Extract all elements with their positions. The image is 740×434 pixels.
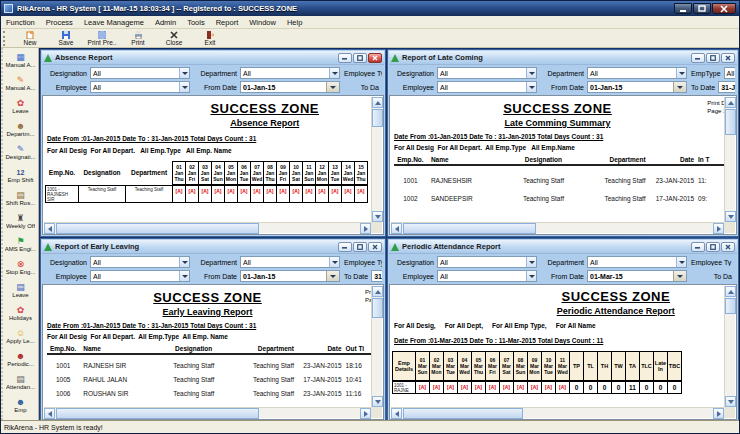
scroll-thumb[interactable]: [403, 223, 536, 234]
employee-select[interactable]: All: [90, 81, 190, 93]
from-date-input[interactable]: 01-Jan-15: [240, 81, 340, 93]
employee-select[interactable]: All: [90, 270, 190, 282]
sidebar-item-apply-leave[interactable]: ☺Apply Le...: [2, 325, 40, 348]
scroll-right-icon[interactable]: [360, 223, 371, 234]
scroll-down-icon[interactable]: [725, 396, 736, 407]
resize-grip[interactable]: [371, 222, 382, 233]
dropdown-arrow-icon[interactable]: [676, 68, 686, 78]
absence-close-button[interactable]: [368, 53, 382, 63]
resize-grip[interactable]: [371, 407, 382, 418]
scroll-down-icon[interactable]: [372, 211, 383, 222]
from-date-input[interactable]: 01-Jan-15: [240, 270, 340, 282]
early-maximize-button[interactable]: [353, 242, 367, 252]
scroll-thumb[interactable]: [725, 109, 736, 135]
sidebar-item-weekly-off[interactable]: ♜Weekly Off: [2, 210, 40, 233]
scroll-thumb[interactable]: [56, 408, 259, 419]
sidebar-item-emp[interactable]: ☻Emp: [2, 394, 40, 417]
late-vertical-scrollbar[interactable]: [724, 97, 735, 222]
absence-vertical-scrollbar[interactable]: [371, 97, 382, 222]
absence-minimize-button[interactable]: [338, 53, 352, 63]
emp-type-input[interactable]: All: [724, 67, 735, 79]
scroll-left-icon[interactable]: [391, 223, 402, 234]
early-horizontal-scrollbar[interactable]: [44, 407, 371, 418]
dropdown-arrow-icon[interactable]: [526, 257, 536, 267]
calendar-dropdown-icon[interactable]: [673, 82, 686, 92]
periodic-vertical-scrollbar[interactable]: [724, 286, 735, 407]
scroll-thumb[interactable]: [372, 109, 383, 127]
dropdown-arrow-icon[interactable]: [179, 271, 189, 281]
scroll-left-icon[interactable]: [44, 408, 55, 419]
sidebar-item-manual-entry[interactable]: ✎Manual A...: [2, 72, 40, 95]
employee-select[interactable]: All: [437, 270, 537, 282]
late-horizontal-scrollbar[interactable]: [391, 222, 724, 233]
late-titlebar[interactable]: Report of Late Coming: [389, 51, 737, 65]
scroll-left-icon[interactable]: [391, 408, 402, 419]
print-preview-button[interactable]: Print Pre..: [84, 29, 120, 47]
menu-window[interactable]: Window: [249, 18, 276, 27]
scroll-thumb[interactable]: [372, 298, 383, 318]
sidebar-item-leave[interactable]: ✿Leave: [2, 95, 40, 118]
dropdown-arrow-icon[interactable]: [179, 257, 189, 267]
periodic-maximize-button[interactable]: [706, 242, 720, 252]
maximize-button[interactable]: [693, 3, 711, 14]
scroll-up-icon[interactable]: [725, 286, 736, 297]
early-titlebar[interactable]: Report of Early Leaving: [42, 240, 384, 254]
absence-titlebar[interactable]: Absence Report: [42, 51, 384, 65]
sidebar-item-manual-attendance[interactable]: ▦Manual A...: [2, 49, 40, 72]
menu-process[interactable]: Process: [46, 18, 73, 27]
menu-function[interactable]: Function: [6, 18, 35, 27]
toolbar-grip[interactable]: [3, 31, 8, 46]
dropdown-arrow-icon[interactable]: [526, 68, 536, 78]
print-button[interactable]: Print: [120, 29, 156, 47]
absence-maximize-button[interactable]: [353, 53, 367, 63]
minimize-button[interactable]: [674, 3, 692, 14]
scroll-left-icon[interactable]: [44, 223, 55, 234]
to-date-input[interactable]: 31: [371, 270, 382, 282]
late-maximize-button[interactable]: [706, 53, 720, 63]
sidebar-item-attendance[interactable]: ▤Attendan...: [2, 371, 40, 394]
sidebar-item-ams-engine[interactable]: ⚑AMS Engi...: [2, 233, 40, 256]
department-select[interactable]: All: [240, 67, 340, 79]
scroll-right-icon[interactable]: [713, 408, 724, 419]
department-select[interactable]: All: [587, 256, 687, 268]
calendar-dropdown-icon[interactable]: [326, 271, 339, 281]
late-close-button[interactable]: [721, 53, 735, 63]
scroll-down-icon[interactable]: [725, 211, 736, 222]
menu-leave-management[interactable]: Leave Manageme: [84, 18, 144, 27]
menu-report[interactable]: Report: [216, 18, 239, 27]
menu-tools[interactable]: Tools: [187, 18, 205, 27]
early-minimize-button[interactable]: [338, 242, 352, 252]
sidebar-item-stop-engine[interactable]: ⊗Stop Eng...: [2, 256, 40, 279]
dropdown-arrow-icon[interactable]: [676, 257, 686, 267]
dropdown-arrow-icon[interactable]: [179, 68, 189, 78]
to-date-input[interactable]: 31-Jan: [718, 81, 735, 93]
calendar-dropdown-icon[interactable]: [673, 271, 686, 281]
periodic-horizontal-scrollbar[interactable]: [391, 407, 724, 418]
periodic-close-button[interactable]: [721, 242, 735, 252]
scroll-up-icon[interactable]: [725, 97, 736, 108]
sidebar-item-designation[interactable]: ✎Designati...: [2, 141, 40, 164]
scroll-up-icon[interactable]: [372, 97, 383, 108]
resize-grip[interactable]: [724, 407, 735, 418]
scroll-up-icon[interactable]: [372, 286, 383, 297]
department-select[interactable]: All: [587, 67, 687, 79]
menu-help[interactable]: Help: [287, 18, 302, 27]
sidebar-item-shift-roster[interactable]: ▤Shift Ros...: [2, 187, 40, 210]
sidebar-item-leave-2[interactable]: ▤Leave: [2, 279, 40, 302]
absence-horizontal-scrollbar[interactable]: [44, 222, 371, 233]
sidebar-item-holidays[interactable]: ✿Holidays: [2, 302, 40, 325]
from-date-input[interactable]: 01-Jan-15: [587, 81, 687, 93]
dropdown-arrow-icon[interactable]: [329, 257, 339, 267]
scroll-thumb[interactable]: [403, 408, 523, 419]
scroll-thumb[interactable]: [725, 298, 736, 314]
sidebar-item-department[interactable]: ☻Departm...: [2, 118, 40, 141]
early-vertical-scrollbar[interactable]: [371, 286, 382, 407]
designation-select[interactable]: All: [437, 256, 537, 268]
sidebar-item-periodic[interactable]: ☻Periodic...: [2, 348, 40, 371]
save-button[interactable]: Save: [48, 29, 84, 47]
dropdown-arrow-icon[interactable]: [526, 271, 536, 281]
sidebar-item-emp-shift[interactable]: 12Emp Shift: [2, 164, 40, 187]
designation-select[interactable]: All: [90, 256, 190, 268]
periodic-titlebar[interactable]: Periodic Attendance Report: [389, 240, 737, 254]
exit-button[interactable]: Exit: [192, 29, 228, 47]
